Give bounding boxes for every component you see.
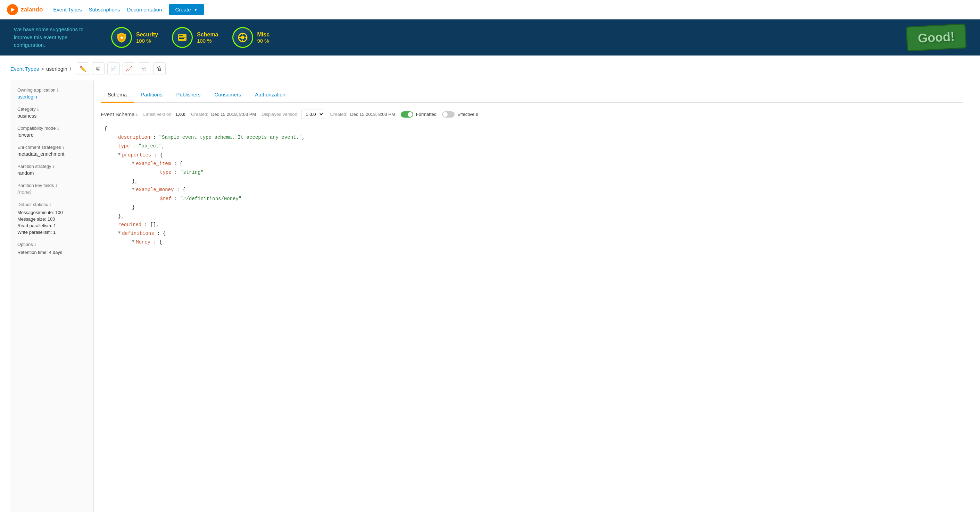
security-label: Security 100 % (136, 32, 158, 44)
sidebar-retention: Retention time: 4 days (18, 250, 86, 255)
compat-help-icon[interactable]: ℹ (57, 126, 59, 131)
schema-title: Event Schema ℹ (101, 111, 138, 117)
delete-button[interactable]: 🗑 (153, 62, 165, 75)
sidebar-owning-app: Owning application ℹ userlogin (18, 87, 86, 100)
partition-key-help-icon[interactable]: ℹ (56, 183, 57, 188)
main-content: Event Types > userlogin ℹ ✏️ ⧉ 📄 📈 ☆ 🗑 O… (0, 55, 980, 512)
tab-authorization[interactable]: Authorization (248, 87, 293, 103)
svg-rect-6 (179, 38, 184, 39)
sidebar-category-label: Category ℹ (18, 106, 86, 112)
nav-event-types[interactable]: Event Types (53, 6, 82, 13)
schema-created2: Created: Dec 15 2018, 8:03 PM (330, 112, 395, 117)
formatted-toggle-knob (408, 112, 412, 117)
breadcrumb: Event Types > userlogin ℹ (10, 66, 71, 72)
metric-security: ★ Security 100 % (111, 27, 158, 48)
copy-button[interactable]: ⧉ (92, 62, 105, 75)
json-line-description: description : "Sample event type schema.… (104, 133, 959, 142)
chart-button[interactable]: 📈 (123, 62, 135, 75)
tab-partitions[interactable]: Partitions (134, 87, 169, 103)
formatted-toggle-switch[interactable] (401, 111, 413, 117)
sidebar-category-value: business (18, 113, 86, 119)
logo: zalando (7, 4, 43, 15)
breadcrumb-parent[interactable]: Event Types (10, 66, 39, 72)
download-button[interactable]: 📄 (107, 62, 120, 75)
sidebar-partition-key-label: Partition key fields ℹ (18, 183, 86, 188)
sidebar-compat-label: Compatibility mode ℹ (18, 125, 86, 131)
svg-point-8 (241, 36, 245, 39)
json-line-ref: $ref : "#/definitions/Money" (104, 195, 959, 203)
create-button[interactable]: Create ▼ (169, 4, 204, 15)
default-stat-help-icon[interactable]: ℹ (49, 202, 51, 207)
tab-schema[interactable]: Schema (101, 87, 134, 103)
sidebar-options: Options ℹ Retention time: 4 days (18, 242, 86, 255)
properties-collapse[interactable]: ▼ (118, 151, 121, 159)
example-item-collapse[interactable]: ▼ (132, 160, 134, 167)
json-line-example-money-close: } (104, 203, 959, 212)
shield-icon: ★ (115, 31, 128, 44)
schema-content: Event Schema ℹ Latest version: 1.0.0 Cre… (101, 103, 963, 247)
sidebar-read-parallelism: Read parallelism: 1 (18, 223, 86, 228)
enrichment-help-icon[interactable]: ℹ (62, 145, 64, 150)
edit-button[interactable]: ✏️ (77, 62, 89, 75)
json-line-money: ▼ Money : { (104, 238, 959, 247)
star-button[interactable]: ☆ (138, 62, 150, 75)
json-line-definitions: ▼ definitions : { (104, 229, 959, 238)
sidebar-compat-value: forward (18, 132, 86, 138)
good-badge: Good! (906, 24, 967, 52)
sidebar-partition-key-value: (none) (18, 189, 86, 195)
money-collapse[interactable]: ▼ (132, 238, 134, 246)
tab-consumers[interactable]: Consumers (208, 87, 248, 103)
banner-text: We have some suggestions to improve this… (14, 26, 97, 49)
schema-icon-circle (172, 27, 193, 48)
options-help-icon[interactable]: ℹ (34, 242, 36, 247)
toolbar: ✏️ ⧉ 📄 📈 ☆ 🗑 (77, 62, 165, 75)
nav-subscriptions[interactable]: Subscriptions (89, 6, 120, 13)
partition-strategy-help-icon[interactable]: ℹ (53, 164, 54, 169)
sidebar-partition-strategy: Partition strategy ℹ random (18, 164, 86, 176)
category-help-icon[interactable]: ℹ (37, 107, 39, 112)
effective-toggle-knob (443, 112, 448, 117)
sidebar-message-size: Message size: 100 (18, 216, 86, 222)
sidebar-options-title: Options ℹ (18, 242, 86, 247)
page-layout: Owning application ℹ userlogin Category … (10, 81, 970, 512)
schema-displayed-version: Displayed version: 1.0.0 (261, 109, 325, 119)
sidebar-enrichment-value: metadata_enrichment (18, 151, 86, 157)
breadcrumb-help-icon[interactable]: ℹ (70, 66, 71, 71)
formatted-label: Formatted (416, 112, 436, 117)
sidebar-category: Category ℹ business (18, 106, 86, 119)
banner-metrics: ★ Security 100 % Schema 100 % (111, 27, 269, 48)
sidebar-partition-strategy-label: Partition strategy ℹ (18, 164, 86, 169)
schema-latest-version: Latest version: 1.0.0 (143, 112, 185, 117)
nav-documentation[interactable]: Documentation (127, 6, 162, 13)
schema-help-icon[interactable]: ℹ (136, 112, 138, 117)
sidebar-partition-key: Partition key fields ℹ (none) (18, 183, 86, 195)
json-block: { description : "Sample event type schem… (101, 125, 963, 247)
sidebar-messages-per-min: Messages/minute: 100 (18, 210, 86, 215)
json-line-example-money: ▼ example_money : { (104, 185, 959, 194)
security-icon-circle: ★ (111, 27, 132, 48)
effective-toggle-switch[interactable] (442, 111, 455, 117)
brand-name: zalando (21, 6, 43, 13)
svg-rect-5 (179, 37, 185, 38)
schema-latest-version-value: 1.0.0 (175, 112, 185, 117)
schema-created2-value: Dec 15 2018, 8:03 PM (350, 112, 395, 117)
nav-links: Event Types Subscriptions Documentation (53, 6, 162, 13)
sidebar-owning-app-value[interactable]: userlogin (18, 94, 86, 100)
tab-publishers[interactable]: Publishers (169, 87, 208, 103)
owning-app-help-icon[interactable]: ℹ (57, 88, 59, 93)
schema-area: Schema Partitions Publishers Consumers A… (94, 81, 970, 512)
misc-icon (237, 31, 249, 44)
json-line-required: required : [] , (104, 220, 959, 229)
example-money-collapse[interactable]: ▼ (132, 185, 134, 193)
definitions-collapse[interactable]: ▼ (118, 229, 121, 237)
schema-created-value: Dec 15 2018, 8:03 PM (211, 112, 256, 117)
misc-label: Misc 90 % (257, 32, 270, 44)
misc-icon-circle (232, 27, 253, 48)
effective-label: Effective s (457, 112, 478, 117)
sidebar-partition-strategy-value: random (18, 170, 86, 176)
schema-label: Schema 100 % (197, 32, 218, 44)
json-line-properties: ▼ properties : { (104, 151, 959, 160)
schema-created: Created: Dec 15 2018, 8:03 PM (191, 112, 256, 117)
version-select[interactable]: 1.0.0 (301, 109, 325, 119)
formatted-toggle: Formatted (401, 111, 436, 117)
